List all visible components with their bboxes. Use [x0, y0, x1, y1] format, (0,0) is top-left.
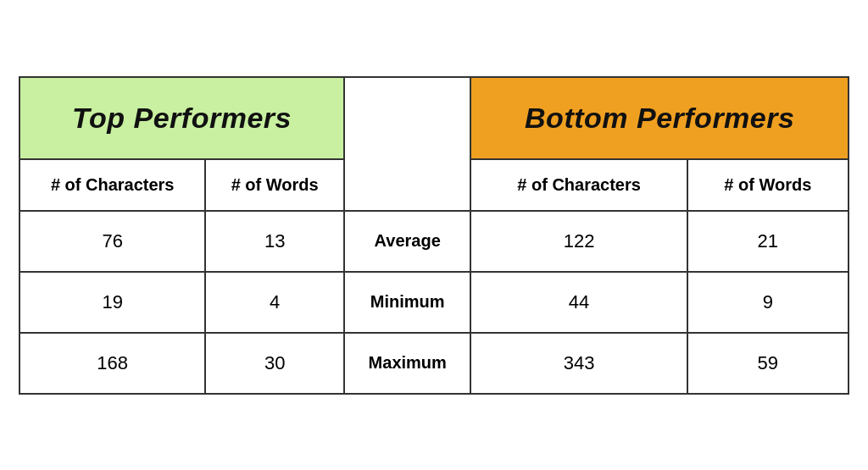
metric-label: Maximum [344, 333, 471, 394]
bottom-characters-value: 343 [470, 333, 687, 394]
top-characters-header: # of Characters [19, 159, 205, 211]
top-characters-value: 19 [19, 272, 205, 333]
top-performers-header: Top Performers [19, 77, 344, 159]
metric-label: Minimum [344, 272, 471, 333]
bottom-performers-header: Bottom Performers [470, 77, 849, 159]
top-words-value: 30 [205, 333, 344, 394]
bottom-characters-value: 122 [470, 211, 687, 272]
top-words-value: 4 [205, 272, 344, 333]
bottom-words-header: # of Words [687, 159, 849, 211]
bottom-characters-value: 44 [470, 272, 687, 333]
table-row: 168 30 Maximum 343 59 [19, 333, 849, 394]
top-characters-value: 76 [19, 211, 205, 272]
empty-header [344, 77, 471, 211]
bottom-words-value: 21 [687, 211, 849, 272]
bottom-characters-header: # of Characters [470, 159, 687, 211]
table-row: 19 4 Minimum 44 9 [19, 272, 849, 333]
main-container: Top Performers Bottom Performers # of Ch… [19, 76, 849, 395]
table-row: 76 13 Average 122 21 [19, 211, 849, 272]
top-words-header: # of Words [205, 159, 344, 211]
metric-label: Average [344, 211, 471, 272]
top-characters-value: 168 [19, 333, 205, 394]
top-words-value: 13 [205, 211, 344, 272]
performance-table: Top Performers Bottom Performers # of Ch… [19, 76, 849, 395]
bottom-words-value: 9 [687, 272, 849, 333]
bottom-words-value: 59 [687, 333, 849, 394]
